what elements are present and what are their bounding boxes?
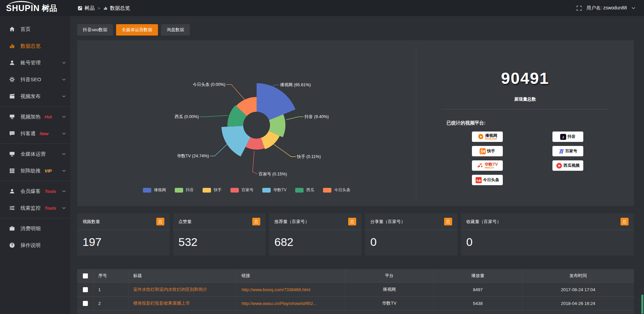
fullscreen-icon[interactable]: [577, 6, 582, 11]
column-header-链接: 链接: [236, 269, 345, 282]
chart-panel: 播视网 (65.61%)抖音 (9.40%)快手 (0.11%)百家号 (0.1…: [77, 40, 634, 206]
username-label[interactable]: 用户名: zswodun88: [586, 5, 627, 11]
legend-item-百家号[interactable]: 百家号: [230, 187, 254, 193]
legend-swatch: [323, 188, 331, 193]
platform-badge-抖音: ♪♪抖音: [552, 132, 583, 142]
chevron-down-icon: [62, 207, 66, 209]
cell-title[interactable]: 室外水纹灯和室内水纹灯的区别和简介: [128, 283, 236, 296]
stat-card-value: 532: [173, 230, 266, 249]
stat-card-视频数量: 视频数量总197: [77, 213, 170, 256]
platforms-title: 已统计的视频平台:: [446, 120, 634, 126]
pie-label-今日头条: 今日头条 (0.00%): [193, 82, 225, 87]
chevron-down-icon: [62, 116, 66, 118]
stat-card-value: 0: [461, 230, 634, 249]
sidebar-item-全媒体运营[interactable]: 全媒体运营: [0, 146, 70, 162]
pie-slice-播视网[interactable]: [257, 83, 296, 120]
cell-title[interactable]: [128, 310, 236, 314]
header-right: 用户名: zswodun88: [577, 5, 644, 11]
chevron-down-icon: [62, 78, 66, 81]
sidebar-item-抖音SEO[interactable]: 抖音SEO: [0, 71, 70, 88]
chevron-down-icon: [62, 95, 66, 98]
legend-item-抖音[interactable]: 抖音: [175, 187, 194, 193]
tab-抖音seo数据[interactable]: 抖音seo数据: [77, 24, 113, 36]
legend-swatch: [230, 188, 239, 193]
logo-arc: [7, 1, 35, 7]
app-logo[interactable]: SHUPIN 树品: [0, 0, 70, 16]
sidebar-item-badge: Tools: [45, 189, 56, 194]
stat-card-收藏量（百家号）: 收藏量（百家号）总0: [461, 213, 634, 256]
pie-slice-华数TV[interactable]: [221, 126, 251, 156]
sidebar-item-视频发布[interactable]: 视频发布: [0, 88, 70, 105]
legend-item-快手[interactable]: 快手: [203, 187, 222, 193]
sidebar-item-badge: New: [40, 131, 49, 136]
sidebar-item-操作说明[interactable]: ?操作说明: [0, 237, 70, 254]
bar-chart-icon: [9, 43, 15, 49]
platform-badge-百家号: 百百家号: [552, 146, 583, 156]
legend-label: 百家号: [241, 187, 254, 193]
sidebar-item-首页[interactable]: 首页: [0, 21, 70, 38]
legend-swatch: [143, 188, 151, 193]
breadcrumb-root[interactable]: 树品: [85, 5, 95, 11]
sidebar-item-label: 账号管理: [20, 60, 41, 66]
pie-label-百家号: 百家号 (0.15%): [259, 172, 287, 176]
sidebar-item-badge: VIP: [45, 168, 52, 173]
sidebar-item-线索监控[interactable]: 线索监控Tools: [0, 200, 70, 216]
platform-name: 今日头条: [483, 178, 499, 182]
svg-text:百: 百: [559, 149, 564, 154]
sidebar-item-视频加热[interactable]: 视频加热Hot: [0, 108, 70, 125]
gear-icon: [9, 76, 15, 83]
user-icon: [9, 59, 15, 66]
platform-badge-快手: 快手: [472, 146, 503, 156]
pie-label-华数TV: 华数TV (24.74%): [177, 154, 209, 158]
grid-icon: [9, 167, 15, 174]
sidebar-item-label: 数据总览: [20, 43, 41, 49]
legend-item-今日头条[interactable]: 今日头条: [323, 187, 350, 193]
sidebar-menu: 首页数据总览账号管理抖音SEO视频发布视频加热Hot抖客通New全媒体运营矩阵助…: [0, 21, 70, 254]
table-row: 1室外水纹灯和室内水纹灯的区别和简介http://www.boosj.com/7…: [77, 282, 634, 296]
select-all-checkbox[interactable]: [83, 273, 88, 278]
breadcrumb: 树品 > 数据总览: [78, 5, 130, 11]
chevron-down-icon: [62, 170, 66, 172]
stat-card-label: 收藏量（百家号）: [466, 219, 501, 225]
chat-icon: [9, 130, 15, 137]
sidebar-item-label: 视频发布: [20, 93, 41, 100]
pie-label-leader: [226, 85, 245, 100]
legend-item-播视网[interactable]: 播视网: [143, 187, 166, 193]
cell-time: [522, 310, 634, 314]
chevron-down-icon[interactable]: [632, 7, 635, 9]
breadcrumb-current: 数据总览: [110, 5, 130, 11]
row-checkbox[interactable]: [83, 301, 88, 306]
sidebar-item-抖客通[interactable]: 抖客通New: [0, 125, 70, 142]
stat-card-推荐量（百家号）: 推荐量（百家号）总682: [269, 213, 362, 256]
table-row: 2楼体投影灯投影效果震撼上市http://www.wasu.cn/Play/sh…: [77, 296, 634, 310]
sidebar-item-矩阵助推[interactable]: 矩阵助推VIP: [0, 162, 70, 179]
platform-badge-今日头条: 头条今日头条: [472, 175, 503, 185]
sidebar-item-会员爆客[interactable]: 会员爆客Tools: [0, 183, 70, 200]
platform-badge-播视网: 播视网boosj.com: [472, 132, 503, 142]
sliders-icon: [9, 205, 15, 211]
sidebar-item-消费明细[interactable]: 消费明细: [0, 220, 70, 237]
cell-title[interactable]: 楼体投影灯投影效果震撼上市: [128, 297, 236, 310]
legend-label: 播视网: [154, 187, 166, 193]
legend-label: 华数TV: [273, 187, 286, 193]
tab-全媒体运营数据[interactable]: 全媒体运营数据: [116, 24, 158, 36]
cell-index: [93, 310, 128, 314]
sidebar-divider: [0, 144, 70, 144]
stat-card-total-badge: 总: [348, 218, 356, 225]
tab-询盘数据[interactable]: 询盘数据: [161, 24, 190, 36]
sidebar-item-账号管理[interactable]: 账号管理: [0, 54, 70, 71]
page-scrollbar-thumb[interactable]: [641, 295, 643, 314]
cell-link[interactable]: [236, 310, 345, 314]
cell-link[interactable]: http://www.wasu.cn/Play/show/id/952...: [236, 297, 345, 310]
pie-label-快手: 快手 (0.11%): [297, 154, 321, 159]
sidebar-item-label: 抖客通: [20, 130, 36, 137]
legend-item-华数TV[interactable]: 华数TV: [262, 187, 286, 193]
legend-item-西瓜[interactable]: 西瓜: [295, 187, 314, 193]
sidebar-item-数据总览[interactable]: 数据总览: [0, 38, 70, 54]
row-checkbox[interactable]: [83, 287, 88, 292]
chevron-down-icon: [62, 133, 66, 135]
stat-card-total-badge: 总: [156, 218, 164, 225]
cell-plays: 8497: [433, 283, 522, 296]
table-row: [77, 310, 634, 314]
cell-link[interactable]: http://www.boosj.com/7338468.html: [236, 283, 345, 296]
